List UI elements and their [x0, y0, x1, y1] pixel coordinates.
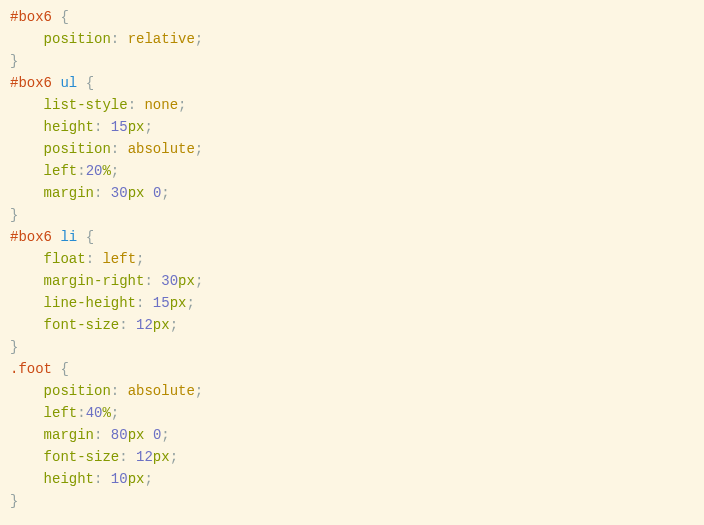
css-property: position [44, 31, 111, 47]
code-line: .foot { [10, 358, 694, 380]
code-line: left:40%; [10, 402, 694, 424]
semicolon: ; [161, 427, 169, 443]
selector-id: #box6 [10, 9, 52, 25]
selector-id: #box6 [10, 229, 52, 245]
brace-open: { [60, 9, 68, 25]
colon: : [94, 119, 111, 135]
css-property: font-size [44, 449, 120, 465]
code-line: margin-right: 30px; [10, 270, 694, 292]
code-line: } [10, 50, 694, 72]
code-line: height: 15px; [10, 116, 694, 138]
css-unit: % [102, 405, 110, 421]
css-property: float [44, 251, 86, 267]
brace-open: { [60, 361, 68, 377]
code-line: } [10, 336, 694, 358]
code-line: } [10, 204, 694, 226]
css-number: 12 [136, 317, 153, 333]
code-line: left:20%; [10, 160, 694, 182]
selector-tag: ul [60, 75, 77, 91]
colon: : [77, 163, 85, 179]
code-line: position: absolute; [10, 138, 694, 160]
colon: : [94, 471, 111, 487]
css-unit: px [128, 471, 145, 487]
css-property: height [44, 471, 94, 487]
brace-close: } [10, 493, 18, 509]
semicolon: ; [161, 185, 169, 201]
css-value: relative [128, 31, 195, 47]
css-property: margin [44, 185, 94, 201]
semicolon: ; [186, 295, 194, 311]
code-line: margin: 30px 0; [10, 182, 694, 204]
semicolon: ; [178, 97, 186, 113]
code-line: font-size: 12px; [10, 314, 694, 336]
css-property: left [44, 405, 78, 421]
css-unit: px [153, 449, 170, 465]
colon: : [94, 427, 111, 443]
code-block: #box6 { position: relative; } #box6 ul {… [10, 6, 694, 512]
colon: : [111, 141, 128, 157]
semicolon: ; [111, 163, 119, 179]
css-unit: px [170, 295, 187, 311]
selector-id: #box6 [10, 75, 52, 91]
css-value: none [144, 97, 178, 113]
brace-close: } [10, 339, 18, 355]
css-property: margin-right [44, 273, 145, 289]
css-unit: px [128, 427, 145, 443]
code-line: margin: 80px 0; [10, 424, 694, 446]
css-unit: px [153, 317, 170, 333]
css-property: margin [44, 427, 94, 443]
css-unit: px [128, 185, 145, 201]
colon: : [136, 295, 153, 311]
code-line: position: relative; [10, 28, 694, 50]
colon: : [94, 185, 111, 201]
colon: : [86, 251, 103, 267]
css-number: 40 [86, 405, 103, 421]
semicolon: ; [111, 405, 119, 421]
css-property: height [44, 119, 94, 135]
brace-close: } [10, 207, 18, 223]
code-line: } [10, 490, 694, 512]
css-value: absolute [128, 383, 195, 399]
selector-class: .foot [10, 361, 52, 377]
code-line: list-style: none; [10, 94, 694, 116]
css-number: 10 [111, 471, 128, 487]
colon: : [111, 31, 128, 47]
semicolon: ; [195, 31, 203, 47]
css-property: position [44, 383, 111, 399]
brace-open: { [86, 75, 94, 91]
css-unit: px [128, 119, 145, 135]
semicolon: ; [195, 383, 203, 399]
code-line: #box6 { [10, 6, 694, 28]
semicolon: ; [144, 471, 152, 487]
colon: : [119, 449, 136, 465]
colon: : [77, 405, 85, 421]
css-property: font-size [44, 317, 120, 333]
css-value: left [102, 251, 136, 267]
css-number: 15 [153, 295, 170, 311]
semicolon: ; [136, 251, 144, 267]
colon: : [144, 273, 161, 289]
css-number: 20 [86, 163, 103, 179]
brace-open: { [86, 229, 94, 245]
css-unit: px [178, 273, 195, 289]
css-number: 80 [111, 427, 128, 443]
colon: : [119, 317, 136, 333]
code-line: #box6 ul { [10, 72, 694, 94]
css-property: list-style [44, 97, 128, 113]
semicolon: ; [170, 449, 178, 465]
colon: : [111, 383, 128, 399]
css-property: position [44, 141, 111, 157]
code-line: position: absolute; [10, 380, 694, 402]
semicolon: ; [170, 317, 178, 333]
semicolon: ; [195, 273, 203, 289]
code-line: height: 10px; [10, 468, 694, 490]
css-value: absolute [128, 141, 195, 157]
colon: : [128, 97, 145, 113]
css-number: 12 [136, 449, 153, 465]
css-number: 30 [111, 185, 128, 201]
code-line: line-height: 15px; [10, 292, 694, 314]
css-property: left [44, 163, 78, 179]
code-line: float: left; [10, 248, 694, 270]
css-number: 15 [111, 119, 128, 135]
code-line: font-size: 12px; [10, 446, 694, 468]
